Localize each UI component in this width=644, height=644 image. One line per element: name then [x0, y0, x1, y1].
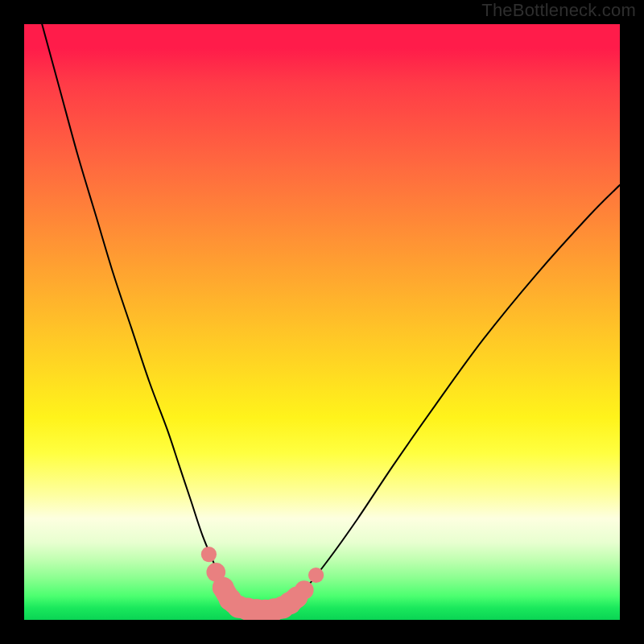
bottleneck-curve: [42, 24, 620, 611]
chart-frame: TheBottleneck.com: [0, 0, 644, 644]
watermark-text: TheBottleneck.com: [481, 0, 636, 21]
marker-layer: [201, 547, 324, 620]
plot-area: [24, 24, 620, 620]
valley-marker-dot: [295, 580, 314, 600]
curve-layer: [42, 24, 620, 611]
chart-svg: [24, 24, 620, 620]
valley-marker-dot: [308, 568, 324, 583]
valley-marker-dot: [201, 547, 217, 562]
